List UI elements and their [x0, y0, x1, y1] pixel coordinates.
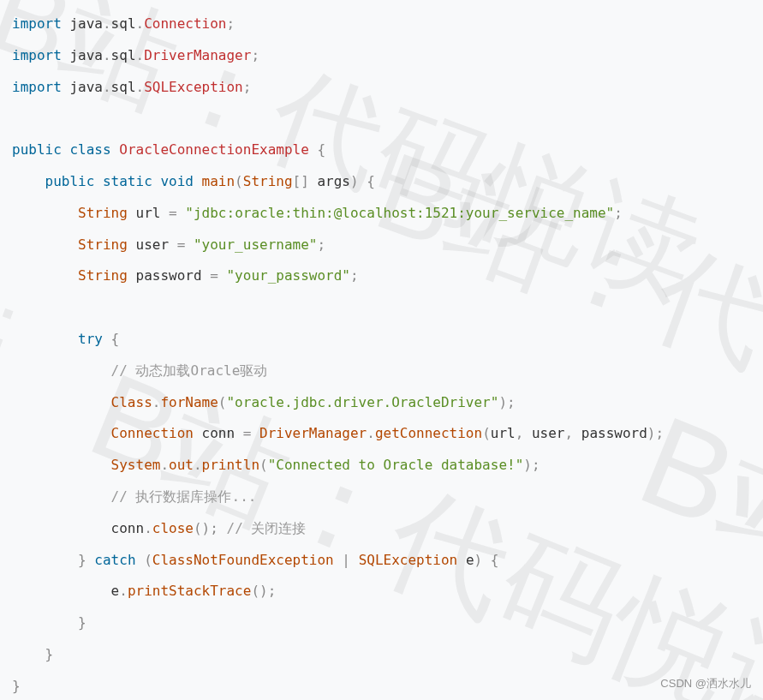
keyword-class: class — [69, 141, 110, 158]
code-line: String user = "your_username"; — [12, 236, 325, 253]
class-name: Class — [111, 394, 152, 410]
variable-name: conn — [202, 425, 235, 441]
code-line: e.printStackTrace(); — [12, 583, 276, 599]
class-name: SQLException — [144, 79, 243, 95]
code-line: String url = "jdbc:oracle:thin:@localhos… — [12, 205, 623, 221]
arg: user — [532, 425, 565, 441]
class-name: OracleConnectionExample — [119, 141, 309, 158]
package-segment: java — [69, 15, 103, 32]
variable-name: user — [136, 236, 170, 253]
keyword-import: import — [12, 15, 62, 32]
variable-name: e — [111, 583, 120, 599]
method-name: printStackTrace — [128, 583, 252, 599]
code-line: String password = "your_password"; — [12, 267, 359, 284]
brackets: [] — [293, 173, 309, 189]
package-segment: sql — [111, 47, 136, 63]
exception-type: SQLException — [359, 552, 458, 568]
package-segment: sql — [111, 15, 136, 32]
string-literal: "Connected to Oracle database!" — [268, 457, 524, 473]
code-line: import java.sql.SQLException; — [12, 79, 251, 95]
string-literal: "your_password" — [226, 267, 350, 284]
keyword-try: try — [78, 331, 103, 347]
code-line: public class OracleConnectionExample { — [12, 141, 325, 158]
variable-name: password — [136, 267, 202, 284]
exception-type: ClassNotFoundException — [152, 552, 334, 568]
code-line: conn.close(); // 关闭连接 — [12, 520, 306, 536]
class-name: Connection — [144, 15, 226, 32]
arg: password — [581, 425, 647, 441]
comment: // 动态加载Oracle驱动 — [111, 362, 268, 379]
code-line: import java.sql.DriverManager; — [12, 47, 259, 63]
credit-text: CSDN @洒水水儿 — [660, 676, 751, 691]
method-name: forName — [160, 394, 218, 410]
code-line: try { — [12, 331, 119, 347]
keyword-catch: catch — [94, 552, 135, 568]
variable-name: conn — [111, 520, 145, 536]
code-line: // 动态加载Oracle驱动 — [12, 362, 267, 379]
code-line: } — [12, 678, 21, 694]
string-literal: "oracle.jdbc.driver.OracleDriver" — [226, 394, 498, 410]
variable-name: url — [136, 205, 161, 221]
string-literal: "your_username" — [194, 236, 318, 253]
code-line: } — [12, 646, 53, 662]
keyword-static: static — [103, 173, 152, 189]
class-name: DriverManager — [144, 47, 251, 63]
type-name: Connection — [111, 425, 194, 441]
comment: // 关闭连接 — [227, 520, 307, 536]
keyword-import: import — [12, 79, 62, 95]
class-name: DriverManager — [259, 425, 367, 441]
type-name: String — [243, 173, 293, 189]
code-line: import java.sql.Connection; — [12, 15, 235, 32]
keyword-public: public — [45, 173, 95, 189]
package-segment: java — [69, 47, 103, 63]
type-name: String — [78, 236, 128, 253]
code-line: } — [12, 614, 86, 631]
field-name: out — [169, 457, 194, 473]
code-line: Connection conn = DriverManager.getConne… — [12, 425, 664, 441]
keyword-import: import — [12, 47, 62, 63]
code-line: } catch (ClassNotFoundException | SQLExc… — [12, 552, 498, 568]
method-name: close — [152, 520, 194, 536]
type-name: String — [78, 267, 128, 284]
code-block: import java.sql.Connection; import java.… — [0, 0, 763, 700]
code-line: System.out.println("Connected to Oracle … — [12, 457, 540, 473]
variable-name: e — [466, 552, 474, 568]
type-name: String — [78, 205, 128, 221]
class-name: System — [111, 457, 161, 473]
package-segment: sql — [111, 79, 136, 95]
param-name: args — [317, 173, 350, 189]
keyword-void: void — [160, 173, 194, 189]
method-name: println — [202, 457, 259, 473]
method-name: getConnection — [375, 425, 482, 441]
code-line: Class.forName("oracle.jdbc.driver.Oracle… — [12, 394, 516, 410]
package-segment: java — [69, 79, 103, 95]
code-line: public static void main(String[] args) { — [12, 173, 375, 189]
code-line: // 执行数据库操作... — [12, 488, 256, 505]
comment: // 执行数据库操作... — [111, 488, 257, 505]
keyword-public: public — [12, 141, 62, 158]
method-name: main — [202, 173, 235, 189]
arg: url — [491, 425, 516, 441]
string-literal: "jdbc:oracle:thin:@localhost:1521:your_s… — [185, 205, 614, 221]
